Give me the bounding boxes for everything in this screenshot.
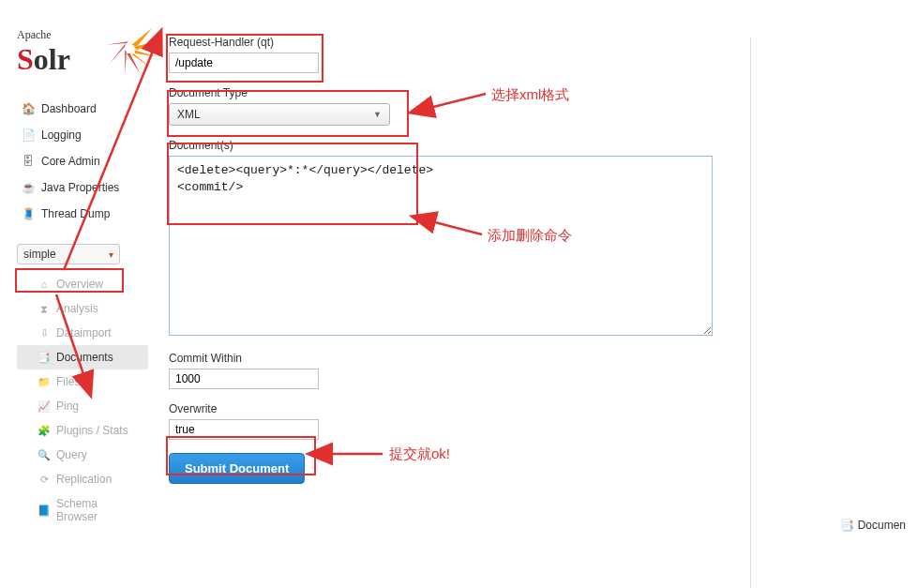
annotation-arrows	[0, 0, 917, 588]
svg-line-1	[56, 294, 84, 377]
svg-line-0	[64, 49, 154, 270]
svg-line-2	[429, 94, 486, 108]
svg-line-3	[431, 221, 482, 234]
